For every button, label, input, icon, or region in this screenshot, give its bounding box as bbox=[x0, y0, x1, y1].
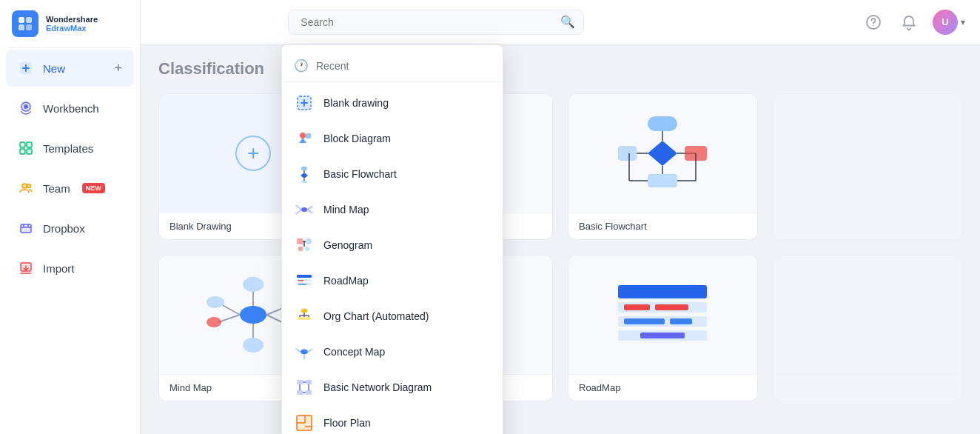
section-title: Classification bbox=[158, 59, 962, 79]
svg-point-43 bbox=[243, 277, 264, 292]
sidebar-item-import-label: Import bbox=[43, 262, 75, 275]
sidebar-item-import[interactable]: Import bbox=[6, 250, 134, 287]
svg-rect-2 bbox=[19, 24, 24, 30]
floorplan-menu-icon bbox=[294, 413, 315, 433]
dropdown-item-floorplan[interactable]: Floor Plan bbox=[282, 405, 503, 434]
svg-line-78 bbox=[298, 207, 301, 210]
dropdown-flowchart-label: Basic Flowchart bbox=[323, 168, 397, 180]
roadmap-card[interactable]: RoadMap bbox=[568, 255, 758, 401]
svg-point-112 bbox=[303, 358, 306, 359]
svg-rect-113 bbox=[297, 380, 303, 384]
dropdown-floorplan-label: Floor Plan bbox=[323, 417, 371, 429]
svg-rect-72 bbox=[301, 167, 307, 170]
dropdown-header: 🕐 Recent bbox=[282, 51, 503, 79]
add-icon[interactable]: + bbox=[114, 61, 122, 76]
help-icon[interactable] bbox=[862, 10, 885, 34]
dropdown-item-genogram[interactable]: Genogram bbox=[282, 227, 503, 263]
svg-point-108 bbox=[295, 349, 298, 350]
flowchart-menu-icon bbox=[294, 164, 315, 184]
svg-point-87 bbox=[306, 238, 312, 244]
blank-drawing-icon bbox=[294, 93, 315, 113]
svg-line-36 bbox=[218, 315, 240, 322]
notification-icon[interactable] bbox=[897, 10, 921, 34]
flowchart-thumb bbox=[568, 94, 757, 213]
flowchart-label: Basic Flowchart bbox=[568, 213, 757, 239]
svg-marker-70 bbox=[299, 138, 306, 143]
svg-rect-104 bbox=[302, 317, 306, 320]
dropdown-menu: 🕐 Recent Blank drawing bbox=[281, 44, 503, 434]
sidebar-item-new-label: New bbox=[43, 62, 65, 75]
dropdown-item-orgchart[interactable]: Org Chart (Automated) bbox=[282, 298, 503, 334]
dropdown-item-blank[interactable]: Blank drawing bbox=[282, 85, 503, 121]
sidebar-item-workbench[interactable]: Workbench bbox=[6, 90, 134, 127]
extra-card[interactable] bbox=[773, 93, 963, 240]
dropdown-header-label: Recent bbox=[316, 60, 349, 72]
dropdown-network-label: Basic Network Diagram bbox=[323, 381, 432, 393]
search-box: 🔍 bbox=[288, 10, 584, 35]
sidebar-item-workbench-label: Workbench bbox=[43, 102, 99, 115]
svg-line-80 bbox=[298, 210, 301, 213]
sidebar-item-templates-label: Templates bbox=[43, 142, 93, 155]
svg-point-106 bbox=[301, 350, 308, 355]
svg-rect-86 bbox=[297, 238, 303, 244]
svg-point-16 bbox=[873, 24, 874, 26]
logo-area: Wondershare EdrawMax bbox=[0, 0, 140, 47]
svg-rect-28 bbox=[618, 146, 637, 161]
svg-rect-92 bbox=[297, 275, 312, 278]
svg-point-12 bbox=[27, 184, 31, 188]
extra-card2[interactable] bbox=[773, 255, 963, 401]
sidebar-divider bbox=[9, 47, 131, 48]
dropdown-mindmap-label: Mind Map bbox=[323, 204, 369, 216]
dropdown-item-flowchart[interactable]: Basic Flowchart bbox=[282, 156, 503, 192]
svg-rect-76 bbox=[301, 181, 307, 183]
svg-point-6 bbox=[24, 104, 28, 109]
svg-rect-10 bbox=[27, 149, 32, 154]
template-grid-row2: Mind Map bbox=[158, 255, 962, 401]
dropdown-block-label: Block Diagram bbox=[323, 133, 391, 144]
svg-point-79 bbox=[295, 205, 298, 207]
svg-rect-95 bbox=[298, 280, 303, 281]
dropdown-item-block[interactable]: Block Diagram bbox=[282, 121, 503, 156]
sidebar-item-dropbox[interactable]: Dropbox bbox=[6, 210, 134, 247]
extra-thumb bbox=[773, 94, 962, 213]
svg-rect-7 bbox=[20, 142, 25, 147]
dropdown-item-conceptmap[interactable]: Concept Map bbox=[282, 334, 503, 370]
logo-text: Wondershare EdrawMax bbox=[46, 15, 98, 33]
extra-thumb2 bbox=[773, 256, 962, 374]
app-logo-icon bbox=[12, 10, 38, 37]
search-icon: 🔍 bbox=[560, 15, 575, 29]
svg-rect-0 bbox=[19, 17, 24, 23]
templates-icon bbox=[18, 140, 34, 156]
svg-point-11 bbox=[22, 184, 27, 188]
svg-point-77 bbox=[301, 207, 307, 212]
avatar-wrapper[interactable]: U ▾ bbox=[933, 10, 965, 35]
team-icon bbox=[18, 180, 34, 196]
sidebar-item-new[interactable]: New + bbox=[6, 50, 134, 87]
dropdown-divider bbox=[282, 81, 503, 82]
blank-plus-icon: + bbox=[235, 136, 271, 171]
svg-rect-90 bbox=[298, 247, 303, 251]
search-input[interactable] bbox=[288, 10, 584, 35]
svg-point-33 bbox=[240, 306, 266, 324]
dropdown-blank-label: Blank drawing bbox=[323, 97, 389, 109]
dropdown-item-mindmap[interactable]: Mind Map bbox=[282, 192, 503, 227]
svg-rect-65 bbox=[624, 318, 665, 324]
svg-rect-3 bbox=[26, 24, 32, 30]
svg-rect-20 bbox=[648, 116, 677, 131]
block-diagram-menu-icon bbox=[294, 128, 315, 149]
svg-rect-13 bbox=[21, 224, 31, 233]
sidebar-item-team-label: Team bbox=[43, 182, 70, 195]
dropdown-item-network[interactable]: Basic Network Diagram bbox=[282, 370, 503, 405]
svg-rect-115 bbox=[297, 390, 303, 395]
sidebar-item-team[interactable]: Team NEW bbox=[6, 170, 134, 207]
svg-rect-105 bbox=[306, 317, 311, 320]
svg-line-109 bbox=[308, 350, 312, 352]
flowchart-card[interactable]: Basic Flowchart bbox=[568, 93, 758, 240]
sidebar-item-templates[interactable]: Templates bbox=[6, 130, 134, 167]
svg-rect-9 bbox=[20, 149, 25, 154]
svg-marker-22 bbox=[648, 141, 677, 166]
mindmap-menu-icon bbox=[294, 199, 315, 220]
svg-point-37 bbox=[207, 317, 221, 327]
svg-rect-64 bbox=[655, 304, 688, 310]
dropdown-item-roadmap[interactable]: RoadMap bbox=[282, 263, 503, 298]
